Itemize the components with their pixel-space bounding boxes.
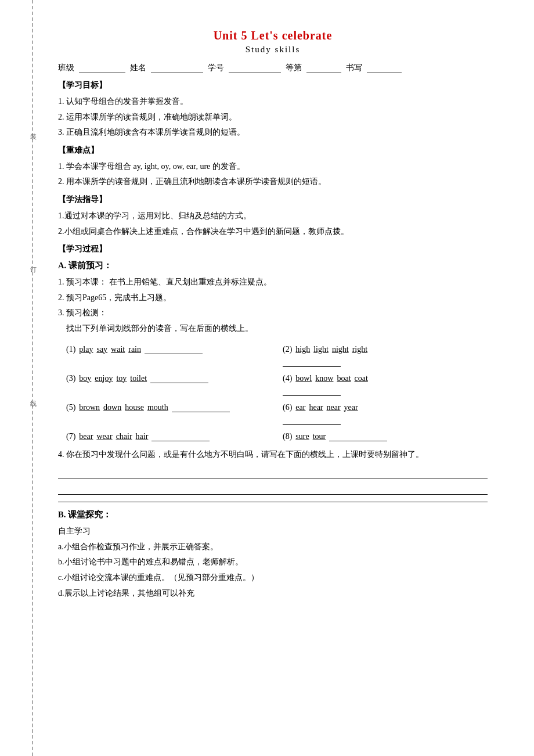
question-4: 4. 你在预习中发现什么问题，或是有什么地方不明白吗，请写在下面的横线上，上课时… — [58, 447, 488, 463]
ex2-w1: high — [295, 345, 310, 354]
exercise-row-78: (7) bear wear chair hair (8) sure tour — [66, 430, 488, 441]
ex1-blank[interactable] — [145, 344, 203, 354]
ex6-w4: year — [344, 403, 358, 412]
ex4-w3: boat — [337, 374, 351, 383]
ex7-w4: hair — [136, 432, 149, 441]
ex3-w3: toy — [116, 374, 127, 383]
ex5-w4: mouth — [147, 403, 168, 412]
ex4-num: (4) — [283, 374, 292, 383]
ex6-num: (6) — [283, 403, 292, 412]
cut-label-1: 装 — [29, 128, 38, 129]
ex7-w2: wear — [96, 432, 112, 441]
exercise-col-6: (6) ear hear near year — [271, 401, 488, 412]
study-method-2: 2.小组或同桌合作解决上述重难点，合作解决在学习中遇到的新问题，教师点拨。 — [58, 224, 488, 240]
ex3-w4: toilet — [130, 374, 147, 383]
ex2-num: (2) — [283, 345, 292, 354]
ex2-w4: right — [352, 345, 367, 354]
ex1-num: (1) — [66, 345, 75, 354]
ex6-blank[interactable] — [283, 415, 341, 425]
ex7-w1: bear — [79, 432, 93, 441]
section-b-subtitle: 自主学习 — [58, 524, 488, 539]
exercise-col-3: (3) boy enjoy toy toilet — [66, 372, 271, 383]
blank-row-12 — [66, 355, 488, 367]
exercise-col-8: (8) sure tour — [271, 430, 488, 441]
study-method-header: 【学法指导】 — [58, 195, 488, 205]
cut-label-3: 线 — [29, 395, 38, 396]
section-a-item1: 1. 预习本课： 在书上用铅笔、直尺划出重难点并标注疑点。 — [58, 275, 488, 290]
ex6-w3: near — [327, 403, 341, 412]
ex6-w1: ear — [295, 403, 305, 412]
ex4-w1: bowl — [295, 374, 312, 383]
form-row: 班级 姓名 学号 等第 书写 — [58, 63, 488, 73]
ex2-blank[interactable] — [283, 357, 341, 367]
page-subtitle: Study skills — [58, 45, 488, 55]
ex3-w1: boy — [79, 374, 91, 383]
ex3-w2: enjoy — [95, 374, 113, 383]
exercise-row-12: (1) play say wait rain (2) high light ni… — [66, 343, 488, 354]
ex3-blank[interactable] — [150, 373, 208, 383]
section-b-d: d.展示以上讨论结果，其他组可以补充 — [58, 586, 488, 602]
note-line-1[interactable] — [58, 467, 488, 478]
blank-34-right — [271, 384, 488, 396]
exercise-col-5: (5) brown down house mouth — [66, 401, 271, 412]
section-b-b: b.小组讨论书中习题中的难点和易错点，老师解析。 — [58, 555, 488, 570]
cut-label-2: 订 — [29, 261, 38, 262]
studentid-field[interactable] — [229, 63, 281, 73]
exercise-row-56: (5) brown down house mouth (6) ear hear … — [66, 401, 488, 412]
blank-56-right — [271, 413, 488, 425]
goal-1: 1. 认知字母组合的发音并掌握发音。 — [58, 94, 488, 110]
ex5-w1: brown — [79, 403, 100, 412]
ex5-blank[interactable] — [172, 402, 230, 412]
studentid-label: 学号 — [208, 63, 224, 73]
cut-line: 装 订 线 — [32, 0, 33, 756]
section-b-a: a.小组合作检查预习作业，并展示正确答案。 — [58, 539, 488, 555]
section-a-title: A. 课前预习： — [58, 260, 488, 271]
section-a-item2: 2. 预习Page65，完成书上习题。 — [58, 290, 488, 306]
writing-field[interactable] — [367, 63, 402, 73]
ex7-num: (7) — [66, 432, 75, 441]
name-label: 姓名 — [130, 63, 146, 73]
section-divider — [58, 502, 488, 502]
exercise-col-2: (2) high light night right — [271, 343, 488, 354]
learning-process-header: 【学习过程】 — [58, 244, 488, 254]
ex4-w2: know — [315, 374, 333, 383]
rank-field[interactable] — [306, 63, 341, 73]
blank-row-56 — [66, 413, 488, 425]
ex1-w1: play — [79, 345, 93, 354]
ex7-blank[interactable] — [151, 431, 210, 441]
goal-3: 3. 正确且流利地朗读含有本课所学读音规则的短语。 — [58, 125, 488, 141]
writing-label: 书写 — [346, 63, 362, 73]
ex5-num: (5) — [66, 403, 75, 412]
key-point-1: 1. 学会本课字母组合 ay, ight, oy, ow, ear, ure 的… — [58, 159, 488, 175]
ex4-blank[interactable] — [283, 386, 341, 396]
key-points-header: 【重难点】 — [58, 145, 488, 156]
ex1-w4: rain — [128, 345, 141, 354]
learning-goals-header: 【学习目标】 — [58, 80, 488, 91]
class-field[interactable] — [79, 63, 125, 73]
blank-col-2 — [271, 355, 488, 367]
ex2-w3: night — [332, 345, 349, 354]
exercise-col-1: (1) play say wait rain — [66, 343, 271, 354]
ex8-w1: sure — [295, 432, 309, 441]
ex6-w2: hear — [309, 403, 323, 412]
ex4-w4: coat — [355, 374, 368, 383]
ex7-w3: chair — [116, 432, 132, 441]
exercises-container: (1) play say wait rain (2) high light ni… — [66, 343, 488, 441]
note-line-2[interactable] — [58, 483, 488, 495]
ex2-w2: light — [313, 345, 329, 354]
ex8-blank[interactable] — [329, 431, 387, 441]
check-instruction: 找出下列单词划线部分的读音，写在后面的横线上。 — [66, 321, 488, 337]
page-container: 装 订 线 Unit 5 Let's celebrate Study skill… — [0, 0, 534, 756]
exercise-col-4: (4) bowl know boat coat — [271, 372, 488, 383]
name-field[interactable] — [151, 63, 203, 73]
ex1-w2: say — [96, 345, 107, 354]
page-title: Unit 5 Let's celebrate — [58, 29, 488, 42]
section-a-item3: 3. 预习检测： — [58, 305, 488, 321]
class-label: 班级 — [58, 63, 74, 73]
note-lines — [58, 467, 488, 495]
exercise-col-7: (7) bear wear chair hair — [66, 430, 271, 441]
blank-56-left — [66, 413, 271, 425]
blank-34-left — [66, 384, 271, 396]
ex5-w3: house — [125, 403, 144, 412]
section-b-title: B. 课堂探究： — [58, 509, 488, 520]
